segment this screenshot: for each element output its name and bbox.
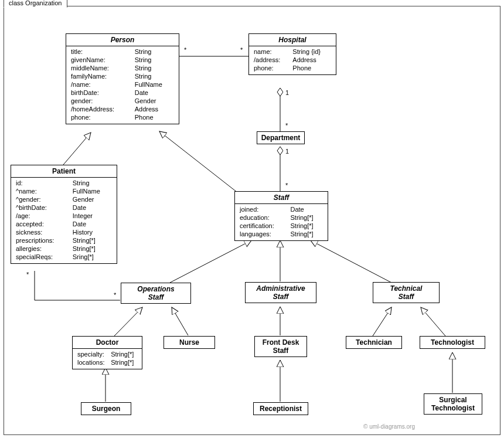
class-title: Technician bbox=[346, 337, 401, 348]
mult-patient-ops-right: * bbox=[114, 291, 116, 298]
mult-dept-staff-top: 1 bbox=[285, 148, 289, 155]
class-front-desk-staff: Front DeskStaff bbox=[254, 336, 307, 357]
class-receptionist: Receptionist bbox=[253, 402, 308, 415]
watermark: © uml-diagrams.org bbox=[363, 423, 415, 430]
class-title: Doctor bbox=[73, 337, 142, 349]
frame-title: class Organization bbox=[4, 0, 67, 8]
class-title: Nurse bbox=[164, 337, 214, 348]
class-attrs: specialty:String[*]locations:String[*] bbox=[73, 349, 142, 369]
mult-dept-staff-bot: * bbox=[285, 182, 288, 189]
class-attrs: name:String {id}/address:Addressphone:Ph… bbox=[249, 46, 336, 74]
mult-patient-ops-left: * bbox=[26, 271, 29, 278]
class-department: Department bbox=[257, 131, 305, 144]
class-staff: Staff joined:Dateeducation:String[*]cert… bbox=[234, 191, 328, 241]
class-person: Person title:StringgivenName:Stringmiddl… bbox=[66, 33, 179, 124]
class-operations-staff: OperationsStaff bbox=[121, 283, 191, 304]
class-administrative-staff: AdministrativeStaff bbox=[245, 282, 316, 303]
class-patient: Patient id:String^name:FullName^gender:G… bbox=[11, 165, 117, 264]
class-title: Patient bbox=[11, 165, 117, 178]
class-attrs: joined:Dateeducation:String[*]certificat… bbox=[235, 204, 328, 240]
class-title: Department bbox=[257, 132, 304, 144]
class-doctor: Doctor specialty:String[*]locations:Stri… bbox=[72, 336, 142, 369]
class-attrs: title:StringgivenName:StringmiddleName:S… bbox=[66, 46, 179, 124]
class-technician: Technician bbox=[346, 336, 402, 349]
class-title: AdministrativeStaff bbox=[246, 283, 316, 303]
class-surgeon: Surgeon bbox=[81, 402, 131, 415]
mult-person-hospital-right: * bbox=[240, 46, 243, 53]
class-title: OperationsStaff bbox=[121, 283, 190, 303]
class-title: Technologist bbox=[420, 337, 485, 348]
mult-hosp-dept-bot: * bbox=[285, 122, 288, 129]
class-technologist: Technologist bbox=[420, 336, 485, 349]
class-title: Receptionist bbox=[254, 403, 308, 415]
class-hospital: Hospital name:String {id}/address:Addres… bbox=[248, 33, 336, 75]
class-title: Hospital bbox=[249, 34, 336, 46]
class-title: Person bbox=[66, 34, 179, 46]
class-technical-staff: TechnicalStaff bbox=[373, 282, 440, 303]
class-title: SurgicalTechnologist bbox=[424, 394, 482, 414]
class-title: Staff bbox=[235, 192, 328, 204]
class-title: Front DeskStaff bbox=[255, 337, 307, 356]
mult-hosp-dept-top: 1 bbox=[285, 89, 289, 96]
class-nurse: Nurse bbox=[164, 336, 215, 349]
class-surgical-technologist: SurgicalTechnologist bbox=[424, 393, 482, 415]
class-attrs: id:String^name:FullName^gender:Gender^bi… bbox=[11, 178, 117, 263]
class-title: Surgeon bbox=[81, 403, 131, 415]
mult-person-hospital-left: * bbox=[184, 46, 186, 53]
class-title: TechnicalStaff bbox=[373, 283, 439, 303]
